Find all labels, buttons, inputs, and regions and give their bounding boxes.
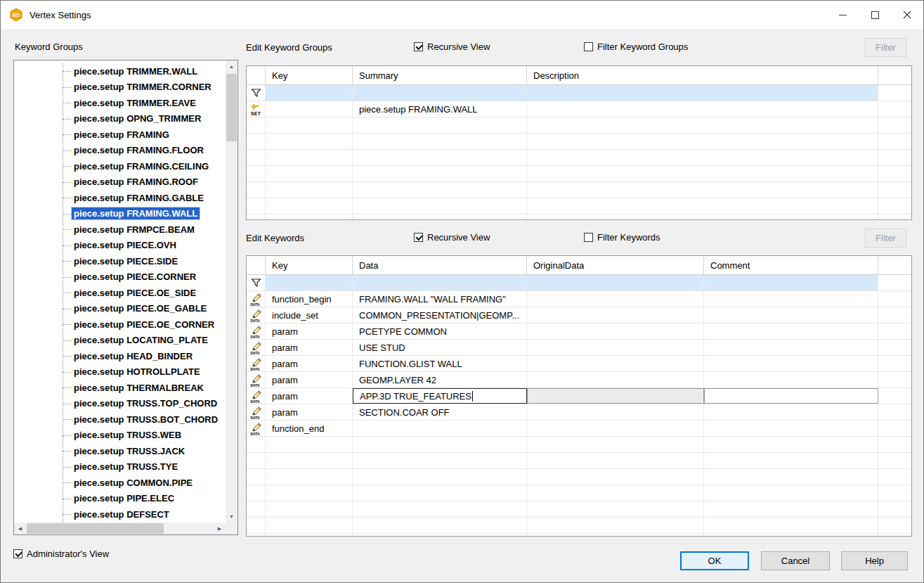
cell-key[interactable] [266, 117, 353, 133]
cell-originaldata[interactable] [527, 388, 704, 404]
cell-summary[interactable] [353, 214, 527, 220]
tree-item[interactable]: piece.setup PIECE.OE_GABLE [14, 301, 226, 317]
tree-item[interactable]: piece.setup TRUSS.BOT_CHORD [14, 411, 226, 428]
keywords-filter-button[interactable]: Filter [865, 229, 906, 248]
cell-data[interactable]: COMMON_PRESENTATION|GEOMP... [353, 307, 527, 323]
cell-originaldata[interactable] [527, 356, 704, 371]
cell-description[interactable] [527, 214, 878, 220]
cell-description[interactable] [527, 182, 878, 198]
table-row[interactable]: DATAfunction_beginFRAMING.WALL "WALL FRA… [247, 291, 911, 307]
column-header-key[interactable]: Key [266, 256, 353, 274]
table-row[interactable] [247, 453, 911, 469]
table-row[interactable] [247, 275, 911, 291]
tree-item[interactable]: piece.setup FRAMING [14, 127, 226, 143]
column-header-originaldata[interactable]: OriginalData [527, 256, 704, 274]
table-row[interactable] [247, 214, 911, 220]
cell-data[interactable]: USE STUD [353, 340, 527, 355]
cell-data[interactable] [353, 501, 527, 517]
data-edit-icon[interactable]: DATA [247, 307, 266, 323]
filter-keywords-checkbox[interactable] [584, 233, 593, 242]
cell-key[interactable]: include_set [266, 307, 353, 323]
cell-comment[interactable] [704, 356, 878, 371]
cell-originaldata[interactable] [527, 372, 704, 387]
column-header-description[interactable]: Description [527, 66, 878, 84]
tree-item[interactable]: piece.setup FRAMING.CEILING [14, 158, 226, 174]
cell-data[interactable] [353, 421, 527, 436]
table-row[interactable]: DATAparamFUNCTION.GLIST WALL [247, 356, 911, 372]
cell-comment[interactable] [704, 275, 878, 290]
scroll-up-arrow[interactable]: ▲ [226, 60, 237, 72]
tree-item[interactable]: piece.setup TRUSS.TYE [14, 459, 226, 475]
cell-key[interactable] [266, 437, 353, 452]
table-row[interactable] [247, 485, 911, 501]
table-row[interactable] [247, 469, 911, 485]
tree-item[interactable]: piece.setup TRUSS.WEB [14, 428, 226, 444]
cell-originaldata[interactable] [527, 534, 704, 537]
tree-item[interactable]: piece.setup FRAMING.GABLE [14, 190, 226, 206]
tree-item[interactable]: piece.setup FRMPCE.BEAM [14, 222, 226, 238]
ok-button[interactable]: OK [680, 551, 749, 570]
cell-comment[interactable] [704, 291, 878, 307]
groups-filter-button[interactable]: Filter [865, 38, 906, 57]
vertical-scrollbar-thumb[interactable] [226, 74, 237, 141]
cell-data[interactable] [353, 437, 527, 452]
table-row[interactable] [247, 182, 911, 198]
cell-key[interactable] [266, 453, 353, 468]
cell-key[interactable] [266, 85, 353, 101]
cell-key[interactable] [266, 198, 353, 214]
cell-comment[interactable] [704, 501, 878, 517]
cell-key[interactable]: param [266, 404, 353, 420]
table-row[interactable]: DATAparamUSE STUD [247, 340, 911, 356]
administrators-view-checkbox[interactable] [13, 549, 22, 558]
tree-item[interactable]: piece.setup PIECE.OE_CORNER [14, 316, 226, 333]
tree-item[interactable]: piece.setup COMMON.PIPE [14, 475, 226, 491]
cancel-button[interactable]: Cancel [761, 551, 830, 570]
table-row[interactable] [247, 117, 911, 134]
cell-description[interactable] [527, 117, 878, 133]
groups-recursive-view-checkbox[interactable] [414, 42, 423, 51]
cell-originaldata[interactable] [527, 485, 704, 501]
minimize-icon[interactable] [826, 1, 859, 29]
column-header-data[interactable]: Data [353, 256, 527, 274]
table-row[interactable] [247, 134, 911, 150]
cell-comment[interactable] [704, 437, 878, 452]
data-edit-icon[interactable]: DATA [247, 291, 266, 307]
cell-key[interactable]: param [266, 372, 353, 387]
scroll-down-arrow[interactable]: ▼ [226, 511, 237, 523]
cell-originaldata[interactable] [527, 469, 704, 485]
table-row[interactable]: DATAparamPCETYPE COMMON [247, 323, 911, 340]
horizontal-scrollbar-thumb[interactable] [27, 523, 164, 534]
tree-item[interactable]: piece.setup PIECE.OE_SIDE [14, 285, 226, 301]
cell-summary[interactable]: piece.setup FRAMING.WALL [353, 101, 527, 117]
cell-summary[interactable] [353, 134, 527, 149]
cell-key[interactable]: function_begin [266, 291, 353, 307]
table-row[interactable]: DATAparamGEOMP.LAYER 42 [247, 372, 911, 388]
cell-comment[interactable] [704, 404, 878, 420]
cell-comment[interactable] [704, 340, 878, 355]
maximize-icon[interactable] [859, 1, 891, 29]
data-edit-icon[interactable]: DATA [247, 323, 266, 339]
tree-item[interactable]: piece.setup TRUSS.TOP_CHORD [14, 396, 226, 412]
tree-item[interactable]: piece.setup HEAD_BINDER [14, 348, 226, 364]
cell-description[interactable] [527, 198, 878, 214]
scroll-left-arrow[interactable]: ◀ [14, 523, 26, 534]
cell-summary[interactable] [353, 166, 527, 181]
cell-data[interactable]: PCETYPE COMMON [353, 323, 527, 339]
cell-originaldata[interactable] [527, 340, 704, 355]
tree-item[interactable]: piece.setup FRAMING.FLOOR [14, 143, 226, 159]
tree-item[interactable]: piece.setup TRIMMER.EAVE [14, 95, 226, 111]
cell-key[interactable] [266, 275, 353, 290]
cell-comment[interactable] [704, 372, 878, 387]
cell-originaldata[interactable] [527, 404, 704, 420]
cell-comment[interactable] [704, 421, 878, 436]
tree-item[interactable]: piece.setup PIECE.CORNER [14, 269, 226, 286]
cell-summary[interactable] [353, 85, 527, 101]
cell-description[interactable] [527, 101, 878, 117]
cell-originaldata[interactable] [527, 323, 704, 339]
keywords-recursive-view-checkbox[interactable] [414, 233, 423, 242]
table-row[interactable] [247, 534, 911, 537]
cell-key[interactable] [266, 485, 353, 501]
tree-item[interactable]: piece.setup HOTROLLPLATE [14, 364, 226, 380]
cell-summary[interactable] [353, 150, 527, 165]
cell-key[interactable] [266, 166, 353, 181]
